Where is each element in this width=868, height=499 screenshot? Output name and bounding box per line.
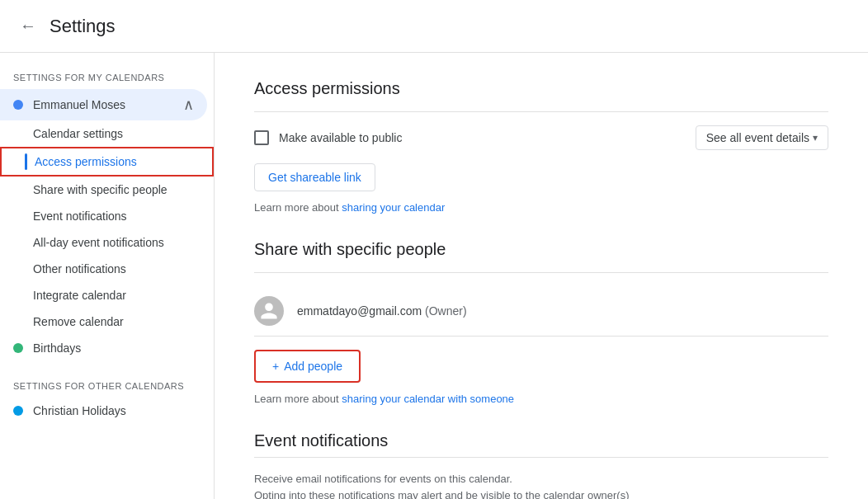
sidebar-item-calendar-settings[interactable]: Calendar settings <box>0 120 207 147</box>
header: ← Settings <box>0 0 868 53</box>
event-notifications-section: Event notifications Receive email notifi… <box>254 431 828 499</box>
learn-more-prefix: Learn more about <box>254 201 342 214</box>
emmanuel-moses-dot <box>13 100 23 110</box>
sidebar-calendar-emmanuel-moses[interactable]: Emmanuel Moses ∧ <box>0 89 207 120</box>
person-row: emmatdayo@gmail.com (Owner) <box>254 286 828 337</box>
get-shareable-link-button[interactable]: Get shareable link <box>254 163 375 191</box>
sidebar-item-access-permissions[interactable]: Access permissions <box>0 147 214 177</box>
make-public-label: Make available to public <box>279 131 696 144</box>
event-notifications-title: Event notifications <box>254 431 828 450</box>
chevron-up-icon: ∧ <box>183 96 194 114</box>
person-icon <box>259 301 279 321</box>
sidebar-item-christian-holidays[interactable]: Christian Holidays <box>0 398 207 424</box>
make-public-checkbox[interactable] <box>254 130 269 145</box>
main-content: Access permissions Make available to pub… <box>215 53 868 499</box>
event-notifications-description: Receive email notifications for events o… <box>254 471 828 499</box>
share-section-divider <box>254 272 828 273</box>
access-permissions-section: Access permissions Make available to pub… <box>254 79 828 214</box>
sidebar-item-integrate-calendar[interactable]: Integrate calendar <box>0 282 207 308</box>
page-title: Settings <box>50 16 116 37</box>
share-specific-people-title: Share with specific people <box>254 240 828 259</box>
sharing-calendar-someone-link[interactable]: sharing your calendar with someone <box>342 393 514 405</box>
access-permissions-learn-more: Learn more about sharing your calendar <box>254 201 828 214</box>
birthdays-label: Birthdays <box>33 341 194 355</box>
make-public-row: Make available to public See all event d… <box>254 125 828 150</box>
sidebar-item-allday-event-notifications[interactable]: All-day event notifications <box>0 229 207 256</box>
layout: Settings for my calendars Emmanuel Moses… <box>0 53 868 499</box>
share-specific-people-section: Share with specific people emmatdayo@gma… <box>254 240 828 405</box>
birthdays-dot <box>13 343 23 353</box>
sidebar-item-event-notifications[interactable]: Event notifications <box>0 203 207 229</box>
see-all-event-details-button[interactable]: See all event details ▾ <box>696 125 828 150</box>
sharing-calendar-link[interactable]: sharing your calendar <box>342 201 445 214</box>
section-divider <box>254 111 828 112</box>
sidebar-item-other-notifications[interactable]: Other notifications <box>0 256 207 282</box>
share-learn-more-prefix: Learn more about <box>254 393 342 405</box>
christian-holidays-label: Christian Holidays <box>33 404 194 417</box>
christian-holidays-dot <box>13 406 23 416</box>
add-people-container: + Add people <box>254 350 361 383</box>
dropdown-arrow-icon: ▾ <box>813 132 818 144</box>
add-people-plus-icon: + <box>272 360 279 373</box>
event-notif-divider <box>254 457 828 458</box>
add-people-button[interactable]: + Add people <box>256 351 359 381</box>
sidebar-item-birthdays[interactable]: Birthdays <box>0 335 207 361</box>
share-specific-learn-more: Learn more about sharing your calendar w… <box>254 393 828 405</box>
sidebar-item-remove-calendar[interactable]: Remove calendar <box>0 308 207 335</box>
add-people-label: Add people <box>284 360 342 373</box>
back-button[interactable]: ← <box>13 10 43 42</box>
access-permissions-title: Access permissions <box>254 79 828 98</box>
sidebar: Settings for my calendars Emmanuel Moses… <box>0 53 215 499</box>
sidebar-item-share-specific-people[interactable]: Share with specific people <box>0 177 207 203</box>
avatar <box>254 296 284 326</box>
emmanuel-moses-label: Emmanuel Moses <box>33 98 183 111</box>
person-role: (Owner) <box>425 304 467 318</box>
other-calendars-section-title: Settings for other calendars <box>0 374 214 398</box>
person-email: emmatdayo@gmail.com (Owner) <box>297 304 467 318</box>
my-calendars-section-title: Settings for my calendars <box>0 66 214 89</box>
see-all-label: See all event details <box>706 131 809 144</box>
